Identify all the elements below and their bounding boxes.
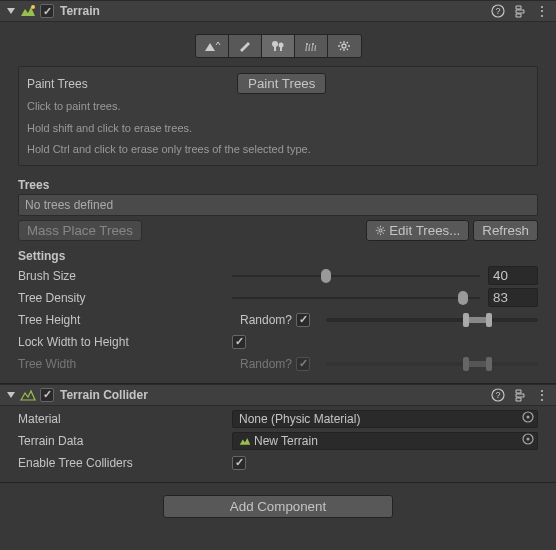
terrain-enable-checkbox[interactable] [40, 4, 54, 18]
svg-rect-4 [274, 46, 276, 51]
svg-point-14 [527, 416, 530, 419]
add-component-wrap: Add Component [0, 483, 556, 530]
svg-point-5 [278, 43, 283, 48]
terrain-body: Paint Trees Paint Trees Click to paint t… [0, 22, 556, 383]
material-label: Material [18, 412, 228, 426]
gear-icon [375, 225, 386, 236]
svg-rect-6 [280, 47, 282, 51]
tree-density-field[interactable] [488, 288, 538, 307]
tree-density-slider[interactable] [232, 289, 480, 307]
brush-size-label: Brush Size [18, 269, 228, 283]
help-icon[interactable]: ? [490, 387, 506, 403]
collider-header[interactable]: Terrain Collider ? ⋮ [0, 384, 556, 406]
collider-title: Terrain Collider [60, 388, 486, 402]
material-row: Material None (Physic Material) [6, 408, 550, 430]
lock-width-label: Lock Width to Height [18, 335, 228, 349]
mass-place-trees-button: Mass Place Trees [18, 220, 142, 241]
menu-icon[interactable]: ⋮ [534, 3, 550, 19]
terrain-data-label: Terrain Data [18, 434, 228, 448]
menu-icon[interactable]: ⋮ [534, 387, 550, 403]
terrain-collider-component: Terrain Collider ? ⋮ Material None (Phys… [0, 384, 556, 483]
tool-paint-trees[interactable] [262, 35, 295, 57]
tree-density-label: Tree Density [18, 291, 228, 305]
refresh-button[interactable]: Refresh [473, 220, 538, 241]
foldout-icon[interactable] [6, 6, 16, 16]
tool-paint-details[interactable] [295, 35, 328, 57]
svg-text:?: ? [495, 390, 500, 400]
svg-point-0 [31, 5, 35, 9]
foldout-icon[interactable] [6, 390, 16, 400]
tree-width-label: Tree Width [18, 357, 228, 371]
edit-trees-button[interactable]: Edit Trees... [366, 220, 469, 241]
settings-header: Settings [6, 245, 550, 265]
tool-info-line3: Hold Ctrl and click to erase only trees … [27, 141, 529, 159]
enable-tree-colliders-label: Enable Tree Colliders [18, 456, 228, 470]
tree-height-label: Tree Height [18, 313, 228, 327]
svg-point-8 [312, 43, 314, 45]
collider-body: Material None (Physic Material) Terrain … [0, 406, 556, 482]
tool-raise-lower[interactable] [196, 35, 229, 57]
tool-info-title: Paint Trees [27, 77, 237, 91]
trees-header: Trees [6, 174, 550, 194]
tool-info-box: Paint Trees Paint Trees Click to paint t… [18, 66, 538, 166]
collider-enable-checkbox[interactable] [40, 388, 54, 402]
tool-paint-texture[interactable] [229, 35, 262, 57]
trees-list[interactable]: No trees defined [18, 194, 538, 216]
terrain-icon [20, 3, 36, 19]
tree-height-random-checkbox[interactable] [296, 313, 310, 327]
terrain-title: Terrain [60, 4, 486, 18]
lock-width-checkbox[interactable] [232, 335, 246, 349]
tool-info-line2: Hold shift and click to erase trees. [27, 120, 529, 138]
material-field[interactable]: None (Physic Material) [232, 410, 538, 428]
object-picker-icon[interactable] [521, 410, 535, 427]
edit-trees-label: Edit Trees... [389, 223, 460, 238]
terrain-data-value: New Terrain [254, 434, 318, 448]
terrain-collider-icon [20, 387, 36, 403]
terrain-data-row: Terrain Data New Terrain [6, 430, 550, 452]
object-picker-icon[interactable] [521, 432, 535, 449]
svg-point-9 [342, 44, 346, 48]
preset-icon[interactable] [512, 387, 528, 403]
tree-width-random-checkbox [296, 357, 310, 371]
terrain-header[interactable]: Terrain ? ⋮ [0, 0, 556, 22]
terrain-toolbar [6, 24, 550, 66]
tree-height-slider[interactable] [326, 311, 538, 329]
svg-point-7 [306, 43, 308, 45]
tree-height-random-label: Random? [232, 313, 292, 327]
preset-icon[interactable] [512, 3, 528, 19]
help-icon[interactable]: ? [490, 3, 506, 19]
brush-size-row: Brush Size [6, 265, 550, 287]
brush-size-field[interactable] [488, 266, 538, 285]
svg-point-10 [379, 229, 382, 232]
svg-text:?: ? [495, 6, 500, 16]
add-component-button[interactable]: Add Component [163, 495, 393, 518]
terrain-asset-icon [239, 435, 251, 447]
brush-size-slider[interactable] [232, 267, 480, 285]
paint-trees-button[interactable]: Paint Trees [237, 73, 326, 94]
enable-tree-colliders-checkbox[interactable] [232, 456, 246, 470]
lock-width-row: Lock Width to Height [6, 331, 550, 353]
tree-width-row: Tree Width Random? [6, 353, 550, 375]
tool-settings[interactable] [328, 35, 361, 57]
terrain-component: Terrain ? ⋮ [0, 0, 556, 384]
tree-width-random-label: Random? [232, 357, 292, 371]
svg-point-16 [527, 438, 530, 441]
enable-tree-colliders-row: Enable Tree Colliders [6, 452, 550, 474]
terrain-data-field[interactable]: New Terrain [232, 432, 538, 450]
material-value: None (Physic Material) [239, 412, 360, 426]
tree-density-row: Tree Density [6, 287, 550, 309]
tree-height-row: Tree Height Random? [6, 309, 550, 331]
tool-info-line1: Click to paint trees. [27, 98, 529, 116]
tree-width-slider [326, 355, 538, 373]
